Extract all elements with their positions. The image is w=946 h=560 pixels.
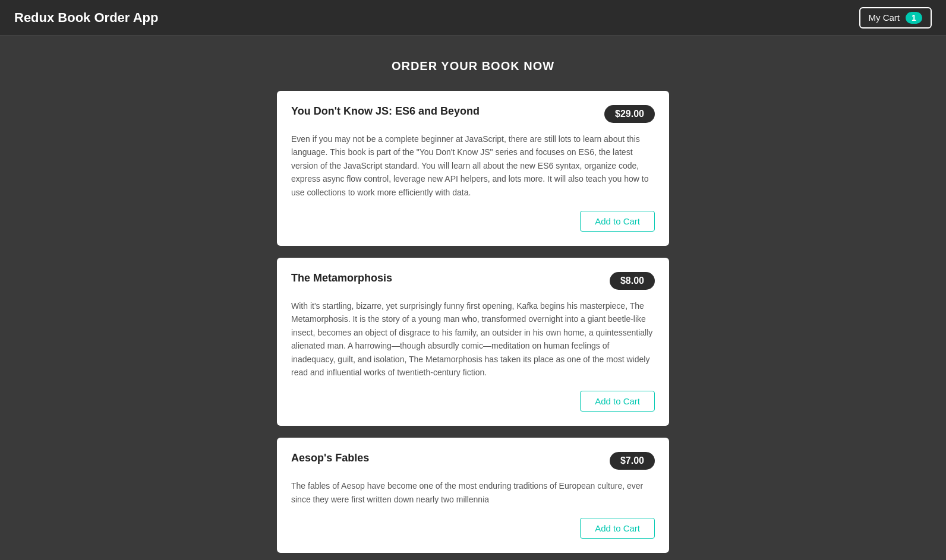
book-card-3: Aesop's Fables $7.00 The fables of Aesop… (277, 438, 669, 553)
page-heading: ORDER YOUR BOOK NOW (277, 59, 669, 73)
book-footer-3: Add to Cart (291, 518, 655, 539)
book-title-3: Aesop's Fables (291, 452, 610, 464)
books-list: You Don't Know JS: ES6 and Beyond $29.00… (277, 91, 669, 553)
add-to-cart-button-2[interactable]: Add to Cart (580, 391, 655, 412)
book-title-1: You Don't Know JS: ES6 and Beyond (291, 105, 604, 118)
book-header-3: Aesop's Fables $7.00 (291, 452, 655, 470)
book-description-2: With it's startling, bizarre, yet surpri… (291, 299, 655, 379)
add-to-cart-button-3[interactable]: Add to Cart (580, 518, 655, 539)
book-card-2: The Metamorphosis $8.00 With it's startl… (277, 258, 669, 426)
cart-label: My Cart (869, 12, 900, 23)
book-title-2: The Metamorphosis (291, 272, 610, 284)
cart-count-badge: 1 (906, 12, 922, 24)
add-to-cart-button-1[interactable]: Add to Cart (580, 211, 655, 232)
app-title: Redux Book Order App (14, 10, 158, 26)
book-card-1: You Don't Know JS: ES6 and Beyond $29.00… (277, 91, 669, 246)
book-price-2: $8.00 (610, 272, 655, 290)
book-footer-2: Add to Cart (291, 391, 655, 412)
book-header-1: You Don't Know JS: ES6 and Beyond $29.00 (291, 105, 655, 123)
book-price-1: $29.00 (604, 105, 655, 123)
my-cart-button[interactable]: My Cart 1 (859, 7, 932, 29)
book-description-1: Even if you may not be a complete beginn… (291, 132, 655, 199)
book-price-3: $7.00 (610, 452, 655, 470)
book-header-2: The Metamorphosis $8.00 (291, 272, 655, 290)
book-footer-1: Add to Cart (291, 211, 655, 232)
main-content: ORDER YOUR BOOK NOW You Don't Know JS: E… (265, 36, 681, 560)
book-description-3: The fables of Aesop have become one of t… (291, 479, 655, 506)
navbar: Redux Book Order App My Cart 1 (0, 0, 946, 36)
